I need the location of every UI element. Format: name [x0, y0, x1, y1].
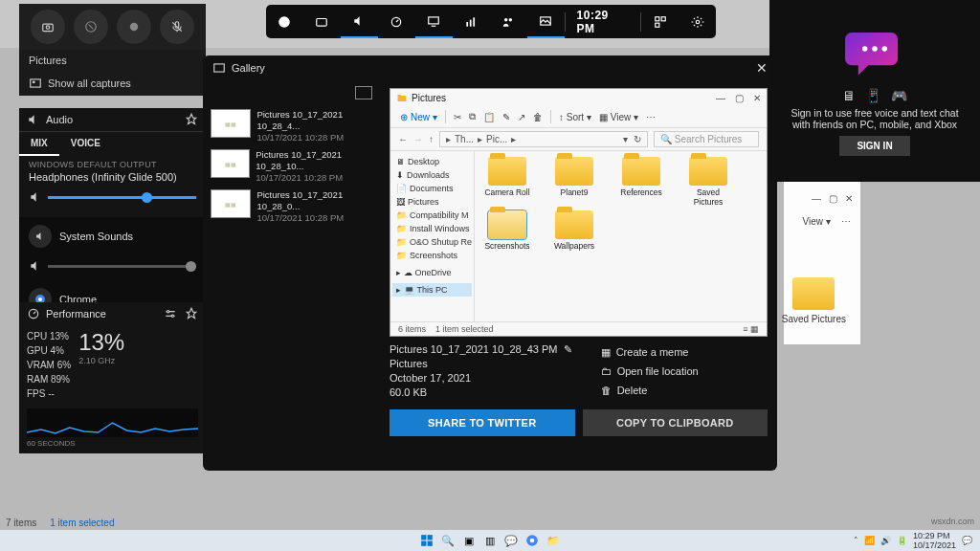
widgets-menu-icon[interactable]	[641, 5, 679, 38]
address-bar[interactable]: ▸ Th... ▸ Pic... ▸▾ ↻	[439, 131, 648, 147]
folder-item[interactable]: Planet9	[547, 157, 601, 207]
open-location-link[interactable]: 🗀Open file location	[601, 362, 699, 381]
bg-folder-saved-pictures[interactable]: Saved Pictures	[782, 277, 846, 324]
forward-icon[interactable]: →	[413, 134, 423, 144]
nav-item[interactable]: 📁 Install Windows	[392, 222, 472, 235]
view-icons[interactable]: ≡ ▦	[743, 324, 759, 334]
options-icon[interactable]	[164, 307, 177, 320]
social-icon[interactable]	[490, 5, 527, 38]
display-icon[interactable]	[415, 5, 453, 38]
record-button[interactable]	[117, 10, 151, 44]
record-last-button[interactable]	[74, 10, 108, 44]
sign-in-button[interactable]: SIGN IN	[839, 136, 909, 156]
sort-button[interactable]: ↕ Sort ▾	[559, 112, 591, 122]
maximize-icon[interactable]: ▢	[735, 93, 744, 103]
bg-explorer-controls: — ▢ ✕	[784, 182, 860, 215]
minimize-icon[interactable]: —	[716, 93, 725, 103]
resources-icon[interactable]	[453, 5, 490, 38]
audio-device[interactable]: Headphones (Infinity Glide 500)	[19, 169, 206, 187]
thumbnail-item[interactable]: ▦▦Pictures 10_17_2021 10_28_10...10/17/2…	[211, 149, 372, 184]
svg-rect-11	[661, 16, 665, 20]
view-toggle-icon[interactable]	[355, 86, 372, 99]
wifi-icon[interactable]: 📶	[864, 536, 875, 545]
delete-link[interactable]: 🗑Delete	[601, 381, 699, 400]
edit-icon[interactable]: ✎	[564, 343, 572, 355]
pin-icon[interactable]	[185, 113, 198, 126]
show-all-captures-link[interactable]: Show all captures	[19, 71, 206, 96]
nav-item[interactable]: 📄 Documents	[392, 182, 472, 195]
settings-icon[interactable]	[679, 5, 716, 38]
folder-item[interactable]: Camera Roll	[480, 157, 534, 207]
audio-widget-icon[interactable]	[341, 5, 378, 38]
search-icon[interactable]: 🔍	[440, 533, 456, 548]
nav-item[interactable]: ⬇ Downloads	[392, 168, 472, 182]
widgets-icon[interactable]: ▥	[482, 533, 498, 548]
nav-item[interactable]: 🖥 Desktop	[392, 155, 472, 168]
gamebar-time: 10:29 PM	[566, 9, 641, 35]
paste-icon[interactable]: 📋	[483, 112, 495, 122]
search-input[interactable]: 🔍 Search Pictures	[654, 131, 759, 147]
close-icon[interactable]: ✕	[845, 193, 853, 204]
svg-rect-10	[655, 16, 658, 20]
clock[interactable]: 10:29 PM10/17/2021	[913, 531, 956, 550]
maximize-icon[interactable]: ▢	[829, 193, 837, 204]
folder-item[interactable]: Wallpapers	[547, 210, 601, 251]
gallery-icon[interactable]	[527, 5, 565, 38]
svg-point-7	[504, 17, 508, 21]
tab-mix[interactable]: MIX	[19, 132, 59, 156]
thumbnail-item[interactable]: ▦▦Pictures 10_17_2021 10_28_4...10/17/20…	[211, 109, 372, 143]
folder-item[interactable]: Saved Pictures	[681, 157, 735, 207]
capture-widget-icon[interactable]	[303, 5, 341, 38]
battery-icon[interactable]: 🔋	[897, 536, 907, 545]
new-button[interactable]: ⊕ New ▾	[400, 112, 437, 122]
up-icon[interactable]: ↑	[429, 134, 434, 144]
bg-view-label[interactable]: View ▾ ⋯	[803, 216, 851, 227]
back-icon[interactable]: ←	[398, 134, 408, 144]
svg-rect-30	[421, 535, 426, 540]
start-icon[interactable]	[419, 533, 434, 548]
teams-icon[interactable]: 💬	[503, 533, 519, 548]
close-icon[interactable]: ✕	[756, 60, 768, 76]
status-items: 6 items	[398, 324, 426, 334]
create-meme-link[interactable]: ▦Create a meme	[601, 342, 699, 362]
share-twitter-button[interactable]: SHARE TO TWITTER	[390, 409, 575, 436]
rename-icon[interactable]: ✎	[502, 112, 510, 122]
gallery-icon	[29, 77, 42, 90]
delete-icon[interactable]: 🗑	[533, 112, 543, 122]
pin-icon[interactable]	[185, 307, 198, 320]
chrome-icon[interactable]	[524, 533, 540, 548]
capture-metadata: Pictures 10_17_2021 10_28_43 PM ✎ Pictur…	[390, 342, 572, 400]
nav-item[interactable]: 📁 Screenshots	[392, 249, 472, 262]
copy-clipboard-button[interactable]: COPY TO CLIPBOARD	[583, 409, 768, 436]
master-volume-slider[interactable]	[19, 187, 206, 211]
taskview-icon[interactable]: ▣	[461, 533, 477, 548]
close-icon[interactable]: ✕	[753, 93, 761, 103]
folder-item-selected[interactable]: Screenshots	[480, 210, 534, 251]
svg-rect-3	[429, 16, 439, 23]
nav-item[interactable]: 📁 O&O Shutup Re	[392, 235, 472, 249]
more-icon[interactable]: ⋯	[646, 112, 656, 122]
volume-icon[interactable]: 🔊	[880, 536, 891, 545]
performance-widget-icon[interactable]	[378, 5, 415, 38]
copy-icon[interactable]: ⧉	[469, 111, 476, 122]
cut-icon[interactable]: ✂	[454, 112, 461, 122]
view-button[interactable]: ▦ View ▾	[599, 112, 638, 122]
nav-item-thispc[interactable]: ▸ 💻 This PC	[392, 283, 472, 297]
system-volume-slider[interactable]	[19, 255, 206, 280]
nav-item[interactable]: 🖼 Pictures	[392, 195, 472, 209]
folder-item[interactable]: References	[614, 157, 668, 207]
explorer-icon[interactable]: 📁	[546, 533, 561, 548]
thumbnail-item[interactable]: ▦▦Pictures 10_17_2021 10_28_0...10/17/20…	[211, 189, 372, 224]
share-icon[interactable]: ↗	[518, 112, 525, 122]
nav-item[interactable]: 📁 Compatibility M	[392, 209, 472, 222]
minimize-icon[interactable]: —	[812, 193, 821, 204]
chevron-up-icon[interactable]: ˄	[854, 536, 858, 545]
nav-item[interactable]: ▸ ☁ OneDrive	[392, 266, 472, 279]
tab-voice[interactable]: VOICE	[59, 132, 112, 156]
screenshot-button[interactable]	[31, 10, 65, 44]
mic-button[interactable]	[160, 10, 194, 44]
xbox-icon[interactable]	[266, 5, 303, 38]
game-bar: 10:29 PM	[266, 5, 716, 38]
notifications-icon[interactable]: 💬	[962, 536, 972, 545]
folder-grid: Camera Roll Planet9 References Saved Pic…	[475, 151, 767, 321]
